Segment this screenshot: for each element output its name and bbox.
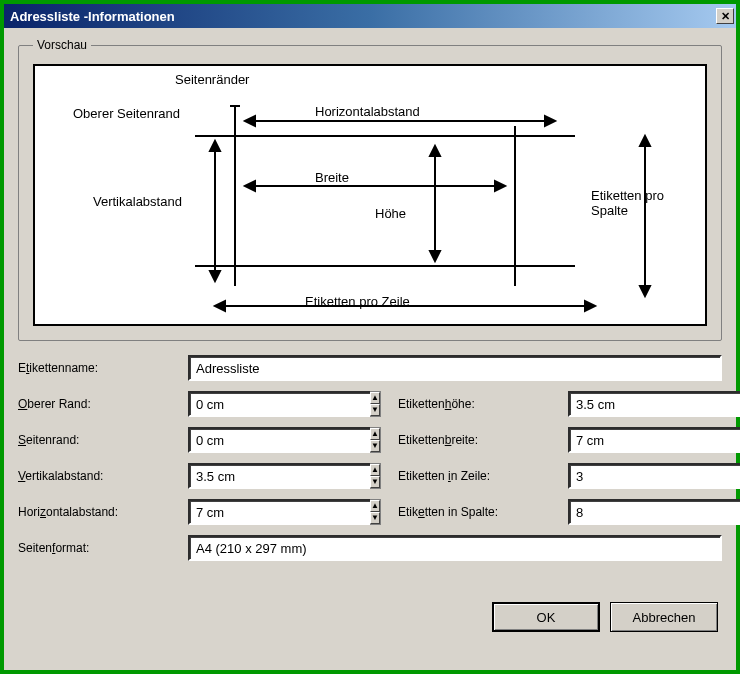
diagram-label-etiketten-pro-zeile: Etiketten pro Zeile bbox=[305, 294, 410, 309]
window-title: Adressliste -Informationen bbox=[10, 9, 716, 24]
svg-marker-11 bbox=[245, 116, 255, 126]
preview-legend: Vorschau bbox=[33, 38, 91, 52]
oberer-rand-field[interactable] bbox=[188, 391, 370, 417]
close-icon[interactable]: ✕ bbox=[716, 8, 734, 24]
svg-marker-24 bbox=[585, 301, 595, 311]
spin-up-icon[interactable]: ▲ bbox=[370, 392, 380, 404]
oberer-rand-label: Oberer Rand: bbox=[18, 397, 188, 411]
svg-marker-23 bbox=[215, 301, 225, 311]
spin-down-icon[interactable]: ▼ bbox=[370, 404, 380, 416]
diagram-label-horizontalabstand: Horizontalabstand bbox=[315, 104, 420, 119]
svg-marker-18 bbox=[430, 251, 440, 261]
etiketten-in-spalte-field[interactable] bbox=[568, 499, 740, 525]
seitenformat-label: Seitenformat: bbox=[18, 541, 188, 555]
seitenrand-field[interactable] bbox=[188, 427, 370, 453]
etiketten-in-spalte-label: Etiketten in Spalte: bbox=[398, 505, 568, 519]
spin-down-icon[interactable]: ▼ bbox=[370, 476, 380, 488]
preview-groupbox: Vorschau bbox=[18, 38, 722, 341]
vertikalabstand-field[interactable] bbox=[188, 463, 370, 489]
spin-down-icon[interactable]: ▼ bbox=[370, 512, 380, 524]
svg-marker-27 bbox=[640, 286, 650, 296]
vertikalabstand-label: Vertikalabstand: bbox=[18, 469, 188, 483]
svg-marker-12 bbox=[545, 116, 555, 126]
diagram-label-etiketten-pro-spalte: Etiketten pro Spalte bbox=[591, 188, 664, 218]
etikettenhoehe-field[interactable] bbox=[568, 391, 740, 417]
svg-marker-17 bbox=[430, 146, 440, 156]
diagram-label-seitenraender: Seitenränder bbox=[175, 72, 249, 87]
cancel-button[interactable]: Abbrechen bbox=[610, 602, 718, 632]
spin-up-icon[interactable]: ▲ bbox=[370, 428, 380, 440]
spin-up-icon[interactable]: ▲ bbox=[370, 500, 380, 512]
svg-marker-20 bbox=[210, 141, 220, 151]
diagram-label-oberer-seitenrand: Oberer Seitenrand bbox=[73, 106, 180, 121]
svg-marker-15 bbox=[495, 181, 505, 191]
etikettenhoehe-label: Etikettenhöhe: bbox=[398, 397, 568, 411]
horizontalabstand-label: Horizontalabstand: bbox=[18, 505, 188, 519]
seitenrand-label: Seitenrand: bbox=[18, 433, 188, 447]
diagram-label-breite: Breite bbox=[315, 170, 349, 185]
seitenformat-field[interactable] bbox=[188, 535, 722, 561]
dialog-body: Vorschau bbox=[4, 28, 736, 670]
ok-button[interactable]: OK bbox=[492, 602, 600, 632]
svg-marker-26 bbox=[640, 136, 650, 146]
etikettenbreite-field[interactable] bbox=[568, 427, 740, 453]
svg-marker-14 bbox=[245, 181, 255, 191]
diagram-label-vertikalabstand: Vertikalabstand bbox=[93, 194, 182, 209]
etiketten-in-zeile-field[interactable] bbox=[568, 463, 740, 489]
spin-up-icon[interactable]: ▲ bbox=[370, 464, 380, 476]
svg-marker-21 bbox=[210, 271, 220, 281]
etikettenname-label: Etikettenname: bbox=[18, 361, 188, 375]
preview-diagram: Seitenränder Oberer Seitenrand Horizonta… bbox=[33, 64, 707, 326]
titlebar: Adressliste -Informationen ✕ bbox=[4, 4, 736, 28]
etikettenbreite-label: Etikettenbreite: bbox=[398, 433, 568, 447]
etiketten-in-zeile-label: Etiketten in Zeile: bbox=[398, 469, 568, 483]
etikettenname-field[interactable] bbox=[188, 355, 722, 381]
horizontalabstand-field[interactable] bbox=[188, 499, 370, 525]
diagram-label-hoehe: Höhe bbox=[375, 206, 406, 221]
spin-down-icon[interactable]: ▼ bbox=[370, 440, 380, 452]
